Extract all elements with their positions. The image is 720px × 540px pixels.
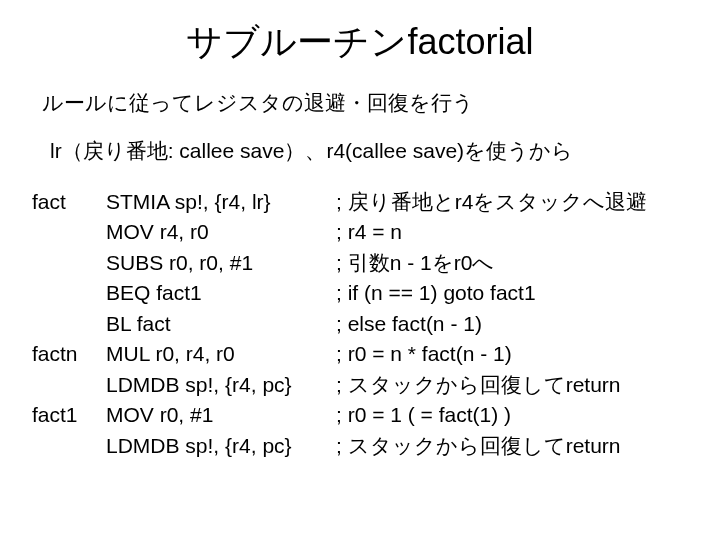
code-label: fact1: [32, 400, 106, 430]
code-label: [32, 217, 106, 247]
code-instruction: MOV r0, #1: [106, 400, 336, 430]
code-instruction: STMIA sp!, {r4, lr}: [106, 187, 336, 217]
description-2: lr（戻り番地: callee save）、r4(callee save)を使う…: [50, 137, 692, 165]
code-block: fact STMIA sp!, {r4, lr} ; 戻り番地とr4をスタックへ…: [32, 187, 692, 461]
code-line: LDMDB sp!, {r4, pc} ; スタックから回復してreturn: [32, 370, 692, 400]
code-comment: ; 戻り番地とr4をスタックへ退避: [336, 187, 692, 217]
code-comment: ; r4 = n: [336, 217, 692, 247]
code-instruction: MOV r4, r0: [106, 217, 336, 247]
code-label: [32, 309, 106, 339]
code-label: fact: [32, 187, 106, 217]
code-line: BL fact ; else fact(n - 1): [32, 309, 692, 339]
code-line: LDMDB sp!, {r4, pc} ; スタックから回復してreturn: [32, 431, 692, 461]
code-comment: ; if (n == 1) goto fact1: [336, 278, 692, 308]
code-instruction: MUL r0, r4, r0: [106, 339, 336, 369]
description-1: ルールに従ってレジスタの退避・回復を行う: [42, 89, 692, 117]
code-instruction: LDMDB sp!, {r4, pc}: [106, 431, 336, 461]
code-line: BEQ fact1 ; if (n == 1) goto fact1: [32, 278, 692, 308]
code-comment: ; スタックから回復してreturn: [336, 370, 692, 400]
code-comment: ; else fact(n - 1): [336, 309, 692, 339]
code-instruction: LDMDB sp!, {r4, pc}: [106, 370, 336, 400]
code-line: SUBS r0, r0, #1 ; 引数n - 1をr0へ: [32, 248, 692, 278]
code-instruction: BEQ fact1: [106, 278, 336, 308]
code-instruction: BL fact: [106, 309, 336, 339]
code-line: MOV r4, r0 ; r4 = n: [32, 217, 692, 247]
code-label: [32, 431, 106, 461]
code-line: fact STMIA sp!, {r4, lr} ; 戻り番地とr4をスタックへ…: [32, 187, 692, 217]
code-label: [32, 248, 106, 278]
code-comment: ; 引数n - 1をr0へ: [336, 248, 692, 278]
code-instruction: SUBS r0, r0, #1: [106, 248, 336, 278]
code-comment: ; r0 = n * fact(n - 1): [336, 339, 692, 369]
code-line: fact1 MOV r0, #1 ; r0 = 1 ( = fact(1) ): [32, 400, 692, 430]
code-comment: ; スタックから回復してreturn: [336, 431, 692, 461]
code-label: factn: [32, 339, 106, 369]
code-label: [32, 370, 106, 400]
code-line: factn MUL r0, r4, r0 ; r0 = n * fact(n -…: [32, 339, 692, 369]
code-comment: ; r0 = 1 ( = fact(1) ): [336, 400, 692, 430]
code-label: [32, 278, 106, 308]
slide-title: サブルーチンfactorial: [28, 18, 692, 67]
